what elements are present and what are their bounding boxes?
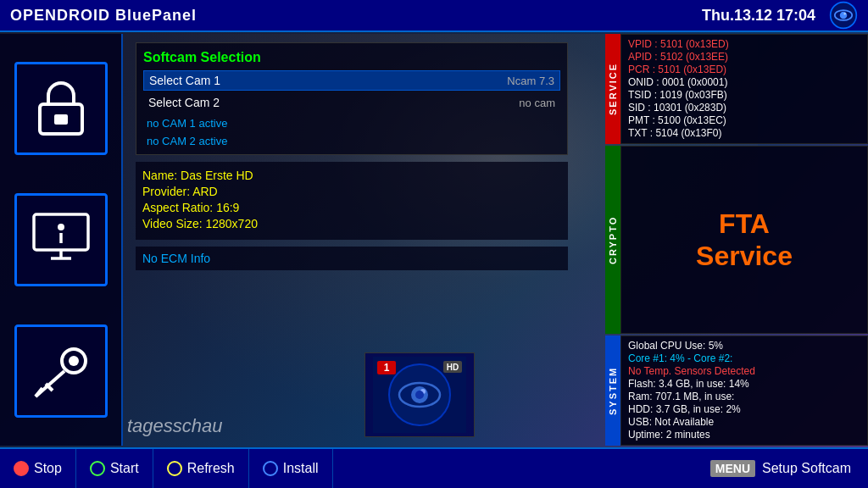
system-section: SYSTEM Global CPU Use: 5% Core #1: 4% - … — [605, 336, 868, 446]
service-data: VPID : 5101 (0x13ED) APID : 5102 (0x13EE… — [620, 34, 868, 144]
right-panel: SERVICE VPID : 5101 (0x13ED) APID : 5102… — [605, 34, 868, 446]
menu-text: Setup Softcam — [762, 461, 851, 476]
monitor-info-icon — [27, 206, 95, 274]
stop-circle-icon — [14, 461, 29, 476]
left-panel — [0, 34, 123, 446]
pmt-row: PMT : 5100 (0x13EC) — [628, 114, 860, 126]
tsid-value: TSID : 1019 (0x03FB) — [628, 89, 727, 101]
app-title: OPENDROID BluePanel — [10, 7, 197, 25]
menu-label: MENU — [710, 460, 755, 477]
ecm-section: No ECM Info — [136, 247, 568, 270]
fta-service-text: FTA Service — [696, 208, 793, 273]
cam2-name: Select Cam 2 — [148, 96, 220, 109]
lock-icon-box — [14, 62, 108, 155]
install-circle-icon — [263, 461, 278, 476]
refresh-circle-icon — [167, 461, 182, 476]
crypto-label: CRYPTO — [605, 146, 620, 334]
service-label: SERVICE — [605, 34, 620, 144]
svg-point-3 — [843, 13, 846, 15]
cam1-name: Select Cam 1 — [149, 74, 220, 87]
cam2-version: no cam — [519, 97, 555, 109]
cores-row: Core #1: 4% - Core #2: — [628, 352, 860, 364]
tsid-row: TSID : 1019 (0x03FB) — [628, 89, 860, 101]
svg-rect-6 — [34, 214, 88, 250]
softcam-section: Softcam Selection Select Cam 1 Ncam 7.3 … — [136, 42, 568, 155]
temp-row: No Temp. Sensors Detected — [628, 365, 860, 377]
softcam-title: Softcam Selection — [143, 50, 560, 65]
vpid-row: VPID : 5101 (0x13ED) — [628, 38, 860, 50]
cam2-status: no CAM 2 active — [143, 135, 560, 147]
sid-row: SID : 10301 (0x283D) — [628, 102, 860, 114]
header-datetime: Thu.13.12 17:04 — [702, 7, 815, 25]
system-data: Global CPU Use: 5% Core #1: 4% - Core #2… — [620, 336, 868, 446]
txt-row: TXT : 5104 (0x13F0) — [628, 127, 860, 139]
cam1-status: no CAM 1 active — [143, 117, 560, 130]
key-search-icon — [27, 337, 95, 405]
header-right: Thu.13.12 17:04 — [702, 1, 858, 30]
svg-rect-5 — [54, 114, 68, 125]
apid-row: APID : 5102 (0x13EE) — [628, 51, 860, 63]
channel-name: Name: Das Erste HD — [142, 169, 561, 182]
cam1-version: Ncam 7.3 — [507, 75, 554, 87]
ram-row: Ram: 707.1 MB, in use: — [628, 391, 860, 402]
eye-icon — [829, 1, 858, 30]
cpu-row: Global CPU Use: 5% — [628, 340, 860, 352]
provider: Provider: ARD — [142, 185, 561, 198]
monitor-info-icon-box — [14, 193, 108, 286]
svg-line-15 — [46, 384, 53, 391]
lock-icon — [27, 75, 95, 142]
uptime-row: Uptime: 2 minutes — [628, 429, 860, 441]
pcr-row: PCR : 5101 (0x13ED) — [628, 64, 860, 75]
video-size: Video Size: 1280x720 — [142, 217, 561, 230]
svg-point-12 — [69, 356, 79, 366]
info-section: Name: Das Erste HD Provider: ARD Aspect … — [136, 162, 568, 240]
start-label: Start — [110, 461, 139, 476]
refresh-label: Refresh — [187, 461, 235, 476]
start-circle-icon — [90, 461, 105, 476]
crypto-section: CRYPTO FTA Service — [605, 146, 868, 334]
onid-row: ONID : 0001 (0x0001) — [628, 76, 860, 88]
menu-button[interactable]: MENU Setup Softcam — [693, 449, 868, 488]
txt-value: TXT : 5104 (0x13F0) — [628, 127, 722, 139]
system-label: SYSTEM — [605, 336, 620, 446]
svg-point-21 — [415, 391, 424, 399]
install-label: Install — [283, 461, 319, 476]
svg-point-9 — [58, 224, 64, 230]
aspect-ratio: Aspect Ratio: 16:9 — [142, 201, 561, 214]
usb-row: USB: Not Available — [628, 416, 860, 428]
hdd-row: HDD: 3.7 GB, in use: 2% — [628, 403, 860, 415]
cam2-row[interactable]: Select Cam 2 no cam — [143, 93, 560, 112]
svg-text:HD: HD — [447, 363, 459, 372]
ard-eye-logo: 1 HD — [373, 357, 466, 433]
key-search-icon-box — [14, 324, 108, 418]
apid-value: APID : 5102 (0x13EE) — [628, 51, 728, 63]
stop-label: Stop — [34, 461, 62, 476]
svg-text:1: 1 — [384, 362, 390, 374]
bottom-bar: Stop Start Refresh Install MENU Setup So… — [0, 447, 868, 488]
svg-point-2 — [840, 12, 848, 19]
onid-value: ONID : 0001 (0x0001) — [628, 76, 727, 88]
cam1-row[interactable]: Select Cam 1 Ncam 7.3 — [143, 70, 560, 91]
crypto-data: FTA Service — [620, 146, 868, 334]
stop-button[interactable]: Stop — [0, 449, 76, 488]
service-section: SERVICE VPID : 5101 (0x13ED) APID : 5102… — [605, 34, 868, 144]
ard-logo: 1 HD — [364, 352, 475, 437]
pmt-value: PMT : 5100 (0x13EC) — [628, 114, 726, 126]
center-panel: Softcam Selection Select Cam 1 Ncam 7.3 … — [123, 34, 581, 446]
pcr-value: PCR : 5101 (0x13ED) — [628, 64, 726, 75]
ecm-info: No ECM Info — [142, 252, 561, 265]
start-button[interactable]: Start — [76, 449, 153, 488]
install-button[interactable]: Install — [249, 449, 333, 488]
vpid-value: VPID : 5101 (0x13ED) — [628, 38, 729, 50]
sid-value: SID : 10301 (0x283D) — [628, 102, 726, 114]
flash-row: Flash: 3.4 GB, in use: 14% — [628, 378, 860, 390]
tagesschau-watermark: tagesschau — [127, 415, 223, 437]
header-bar: OPENDROID BluePanel Thu.13.12 17:04 — [0, 0, 868, 32]
refresh-button[interactable]: Refresh — [153, 449, 249, 488]
